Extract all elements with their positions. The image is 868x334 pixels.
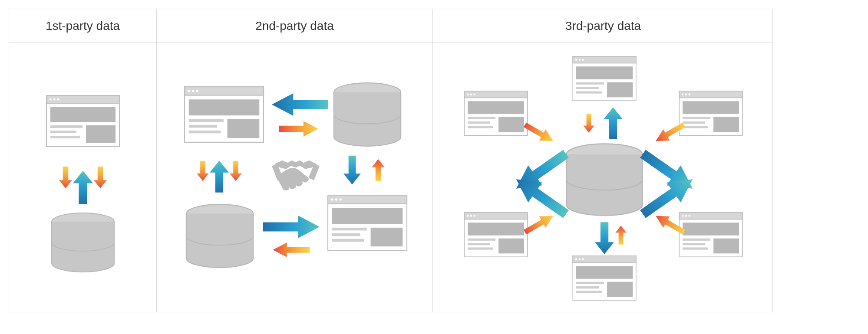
column-first-party: 1st-party data [9, 9, 157, 312]
first-party-graphic [9, 43, 157, 312]
arrow-up-icon [210, 160, 229, 192]
arrow-right-icon [263, 216, 320, 238]
browser-window-icon [185, 87, 264, 142]
database-cylinder-icon [52, 213, 114, 272]
second-party-graphic [157, 43, 433, 312]
column-third-party: 3rd-party data [433, 9, 773, 312]
arrow-left-icon [272, 93, 328, 116]
arrow-in-icon [583, 114, 594, 132]
column-title-text: 1st-party data [46, 19, 120, 33]
arrow-up-icon [372, 159, 385, 181]
arrow-down-right [94, 167, 107, 188]
arrow-out-icon [509, 144, 573, 198]
browser-window-icon [328, 195, 407, 251]
column-second-party: 2nd-party data [157, 9, 433, 312]
arrow-out-icon [595, 222, 614, 254]
third-party-graphic [433, 43, 773, 312]
arrow-right-icon [279, 121, 318, 137]
browser-window-icon [464, 213, 528, 257]
arrow-up-center [73, 171, 93, 204]
browser-window-icon [46, 95, 119, 147]
column-title-text: 2nd-party data [255, 19, 334, 33]
arrow-down-icon [197, 161, 209, 181]
browser-window-icon [573, 56, 636, 101]
arrow-down-icon [230, 161, 242, 181]
column-title-text: 3rd-party data [565, 19, 641, 33]
browser-window-icon [573, 256, 636, 300]
data-party-diagram: 1st-party data 2nd-party data [9, 9, 773, 312]
database-cylinder-icon [186, 204, 253, 268]
browser-window-icon [464, 91, 528, 135]
column-title: 1st-party data [9, 9, 156, 43]
arrow-left-icon [273, 242, 310, 257]
arrow-down-icon [343, 156, 361, 185]
database-cylinder-icon [567, 144, 643, 215]
column-title: 2nd-party data [157, 9, 432, 43]
column-title: 3rd-party data [433, 9, 773, 43]
database-cylinder-icon [334, 83, 401, 146]
browser-window-icon [679, 91, 743, 135]
arrow-out-icon [604, 107, 623, 139]
handshake-icon [272, 160, 320, 191]
arrow-out-icon [636, 144, 700, 198]
browser-window-icon [679, 213, 743, 257]
arrow-in-icon [615, 226, 627, 244]
arrow-down-left [59, 167, 72, 188]
